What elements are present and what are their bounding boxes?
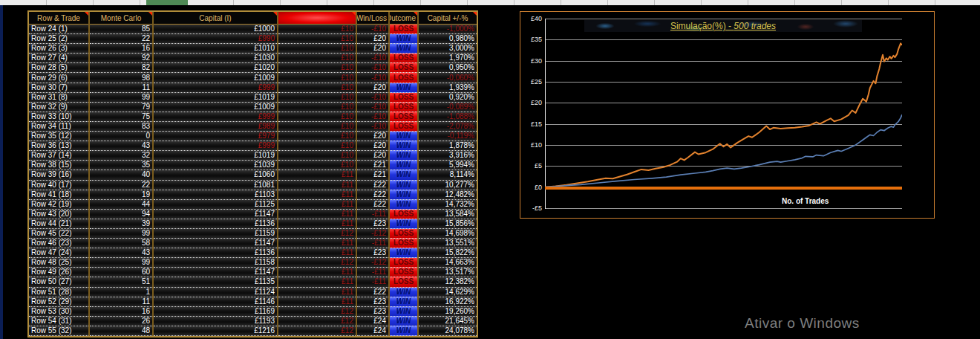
win-loss-value[interactable]: £23 [357, 307, 388, 317]
outcome-badge[interactable]: WIN [390, 44, 417, 54]
monte-carlo-value[interactable]: 22 [90, 34, 152, 44]
win-loss-value[interactable]: £24 [357, 326, 388, 336]
capital-pct-value[interactable]: 12,382% [419, 277, 477, 287]
monte-carlo-value[interactable]: 94 [90, 210, 152, 219]
capital-value[interactable]: £1009 [154, 103, 277, 112]
capital-pct-value[interactable]: 15,822% [419, 248, 477, 258]
capital-pct-value[interactable]: 0,980% [419, 34, 477, 44]
simulation-chart[interactable]: Simulação(%) - 500 trades No. of Trades … [520, 11, 935, 219]
capital-pct-value[interactable]: 10,277% [419, 181, 477, 190]
capital-pct-value[interactable]: 13,584% [419, 210, 477, 219]
outcome-badge[interactable]: LOSS [390, 73, 417, 83]
monte-carlo-value[interactable]: 44 [90, 200, 152, 210]
capital-pct-value[interactable]: 14,629% [419, 288, 477, 297]
row-label[interactable]: Row 45 (22) [29, 229, 88, 239]
monte-carlo-value[interactable]: 48 [90, 326, 152, 336]
stake-value[interactable]: £10 [278, 73, 356, 83]
win-loss-value[interactable]: -£10 [357, 63, 388, 73]
row-label[interactable]: Row 53 (30) [29, 307, 88, 317]
stake-value[interactable]: £10 [278, 25, 356, 34]
win-loss-value[interactable]: -£10 [357, 103, 388, 112]
capital-value[interactable]: £1193 [154, 317, 277, 326]
outcome-badge[interactable]: WIN [390, 200, 417, 210]
row-label[interactable]: Row 40 (17) [29, 181, 88, 190]
capital-value[interactable]: £1146 [154, 297, 277, 307]
win-loss-value[interactable]: £24 [357, 317, 388, 326]
stake-value[interactable]: £11 [278, 219, 356, 229]
capital-value[interactable]: £1169 [154, 307, 277, 317]
stake-value[interactable]: £10 [278, 151, 356, 161]
capital-pct-value[interactable]: 3,916% [419, 151, 477, 161]
win-loss-value[interactable]: £20 [357, 151, 388, 161]
row-label[interactable]: Row 52 (29) [29, 297, 88, 307]
stake-value[interactable]: £11 [278, 288, 356, 297]
capital-pct-value[interactable]: 14,732% [419, 200, 477, 210]
col-header-row-trade[interactable]: Row & Trade [29, 12, 88, 25]
capital-value[interactable]: £1147 [154, 210, 277, 219]
row-label[interactable]: Row 29 (6) [29, 73, 88, 83]
win-loss-value[interactable]: -£10 [357, 54, 388, 63]
monte-carlo-value[interactable]: 99 [90, 93, 152, 103]
win-loss-value[interactable]: -£11 [357, 239, 388, 248]
win-loss-value[interactable]: £20 [357, 132, 388, 141]
outcome-badge[interactable]: WIN [390, 190, 417, 200]
stake-value[interactable]: £10 [278, 54, 356, 63]
row-label[interactable]: Row 39 (16) [29, 170, 88, 180]
outcome-badge[interactable]: LOSS [390, 210, 417, 219]
monte-carlo-value[interactable]: 11 [90, 297, 152, 307]
outcome-badge[interactable]: WIN [390, 161, 417, 170]
capital-value[interactable]: £999 [154, 83, 277, 93]
monte-carlo-value[interactable]: 92 [90, 54, 152, 63]
outcome-badge[interactable]: WIN [390, 248, 417, 258]
capital-value[interactable]: £1103 [154, 190, 277, 200]
monte-carlo-value[interactable]: 26 [90, 317, 152, 326]
outcome-badge[interactable]: LOSS [390, 93, 417, 103]
stake-value[interactable]: £10 [278, 34, 356, 44]
outcome-badge[interactable]: WIN [390, 141, 417, 151]
win-loss-value[interactable]: £21 [357, 170, 388, 180]
monte-carlo-value[interactable]: 85 [90, 25, 152, 34]
stake-value[interactable]: £12 [278, 317, 356, 326]
col-header-win-loss[interactable]: Win/Loss [357, 12, 388, 25]
capital-pct-value[interactable]: 8,114% [419, 170, 477, 180]
stake-value[interactable]: £11 [278, 170, 356, 180]
capital-pct-value[interactable]: 21,645% [419, 317, 477, 326]
capital-value[interactable]: £1135 [154, 277, 277, 287]
capital-value[interactable]: £1039 [154, 161, 277, 170]
row-label[interactable]: Row 42 (19) [29, 200, 88, 210]
outcome-badge[interactable]: WIN [390, 317, 417, 326]
capital-pct-value[interactable]: 5,994% [419, 161, 477, 170]
outcome-badge[interactable]: LOSS [390, 103, 417, 112]
row-label[interactable]: Row 41 (18) [29, 190, 88, 200]
outcome-badge[interactable]: WIN [390, 307, 417, 317]
win-loss-value[interactable]: -£11 [357, 268, 388, 277]
capital-pct-value[interactable]: -2,078% [419, 122, 477, 132]
stake-value[interactable]: £10 [278, 141, 356, 151]
win-loss-value[interactable]: -£12 [357, 229, 388, 239]
win-loss-value[interactable]: -£12 [357, 258, 388, 268]
outcome-badge[interactable]: LOSS [390, 277, 417, 287]
stake-value[interactable]: £11 [278, 239, 356, 248]
outcome-badge[interactable]: WIN [390, 34, 417, 44]
win-loss-value[interactable]: £20 [357, 34, 388, 44]
capital-pct-value[interactable]: -1,088% [419, 112, 477, 122]
capital-pct-value[interactable]: 15,856% [419, 219, 477, 229]
monte-carlo-value[interactable]: 19 [90, 190, 152, 200]
capital-value[interactable]: £999 [154, 141, 277, 151]
stake-value[interactable]: £11 [278, 277, 356, 287]
monte-carlo-value[interactable]: 75 [90, 112, 152, 122]
monte-carlo-value[interactable]: 22 [90, 181, 152, 190]
monte-carlo-value[interactable]: 39 [90, 219, 152, 229]
monte-carlo-value[interactable]: 43 [90, 141, 152, 151]
win-loss-value[interactable]: -£10 [357, 73, 388, 83]
capital-pct-value[interactable]: -0,060% [419, 73, 477, 83]
capital-pct-value[interactable]: 14,663% [419, 258, 477, 268]
monte-carlo-value[interactable]: 11 [90, 83, 152, 93]
outcome-badge[interactable]: LOSS [390, 63, 417, 73]
excel-column-header-strip[interactable] [0, 0, 980, 5]
capital-value[interactable]: £989 [154, 122, 277, 132]
win-loss-value[interactable]: £20 [357, 83, 388, 93]
capital-value[interactable]: £979 [154, 132, 277, 141]
capital-value[interactable]: £1019 [154, 151, 277, 161]
col-header-stake-red[interactable] [278, 12, 356, 25]
